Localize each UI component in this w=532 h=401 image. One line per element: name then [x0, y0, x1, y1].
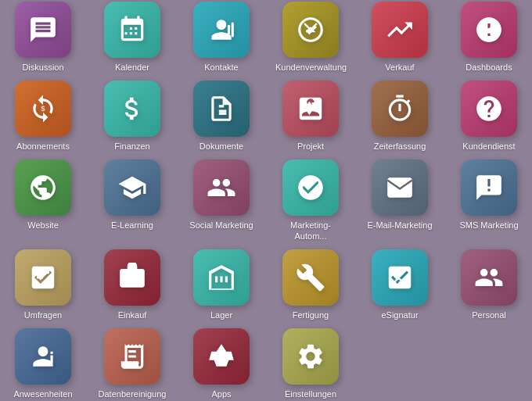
app-icon-anwesenheiten [15, 328, 71, 385]
app-icon-kundendienst [461, 81, 517, 137]
app-label-website: Website [27, 220, 59, 231]
app-item-datenbereinigung[interactable]: 0110Datenbereinigung [93, 328, 171, 399]
app-item-abonnements[interactable]: $Abonnements [4, 81, 82, 152]
app-label-projekt: Projekt [297, 141, 324, 152]
app-icon-dokumente [193, 81, 250, 137]
svg-rect-0 [232, 22, 234, 37]
app-icon-einstellungen [282, 328, 339, 385]
app-item-website[interactable]: Website [4, 159, 82, 241]
app-icon-esignatur [372, 249, 428, 306]
app-item-social-marketing[interactable]: Social Marketing [182, 159, 261, 241]
app-item-kundendienst[interactable]: Kundendienst [450, 81, 528, 152]
app-icon-social-marketing [193, 159, 250, 216]
app-item-finanzen[interactable]: Finanzen [93, 81, 171, 152]
app-item-sms-marketing[interactable]: SMS Marketing [450, 159, 528, 241]
app-item-dashboards[interactable]: Dashboards [450, 2, 528, 73]
app-item-einstellungen[interactable]: Einstellungen [271, 328, 350, 399]
app-icon-marketing-autom [282, 159, 339, 216]
app-icon-kundenverwaltung [282, 2, 339, 58]
app-label-kundenverwaltung: Kundenverwaltung [275, 63, 346, 73]
app-label-email-marketing: E-Mail-Marketing [367, 220, 432, 231]
app-item-projekt[interactable]: Projekt [271, 81, 350, 152]
app-label-sms-marketing: SMS Marketing [459, 220, 518, 231]
app-item-umfragen[interactable]: Umfragen [4, 249, 82, 320]
app-item-zeiterfassung[interactable]: Zeiterfassung [361, 81, 439, 152]
app-icon-fertigung [282, 249, 339, 306]
app-item-anwesenheiten[interactable]: Anwesenheiten [4, 328, 82, 399]
svg-point-4 [487, 28, 491, 32]
app-item-lager[interactable]: Lager [182, 249, 261, 320]
app-item-diskussion[interactable]: Diskussion [4, 2, 82, 73]
app-label-social-marketing: Social Marketing [189, 220, 253, 231]
app-icon-datenbereinigung: 0110 [104, 328, 160, 385]
app-item-apps[interactable]: Apps [182, 328, 261, 399]
app-label-lager: Lager [210, 310, 232, 320]
app-label-umfragen: Umfragen [24, 310, 62, 320]
app-label-finanzen: Finanzen [114, 141, 149, 152]
app-item-kontakte[interactable]: Kontakte [182, 2, 261, 73]
app-icon-dashboards [461, 2, 517, 58]
app-item-personal[interactable]: Personal [450, 249, 528, 320]
app-item-email-marketing[interactable]: E-Mail-Marketing [361, 159, 439, 241]
svg-rect-1 [228, 25, 230, 35]
app-label-einstellungen: Einstellungen [285, 389, 336, 399]
app-item-elearning[interactable]: E-Learning [93, 159, 171, 241]
app-label-einkauf: Einkauf [118, 310, 147, 320]
app-icon-kalender [104, 2, 160, 58]
app-item-esignatur[interactable]: eSignatur [361, 249, 439, 320]
app-label-datenbereinigung: Datenbereinigung [99, 389, 167, 399]
app-label-kundendienst: Kundendienst [462, 141, 515, 152]
app-icon-email-marketing [372, 159, 428, 216]
svg-text:$: $ [41, 104, 45, 113]
app-grid: DiskussionKalenderKontakteKundenverwaltu… [0, 0, 532, 401]
app-icon-umfragen [15, 249, 71, 306]
app-icon-elearning [104, 159, 160, 216]
app-label-abonnements: Abonnements [16, 141, 70, 152]
app-icon-abonnements: $ [15, 81, 71, 137]
app-label-kontakte: Kontakte [204, 63, 238, 73]
app-icon-kontakte [193, 2, 250, 58]
app-item-dokumente[interactable]: Dokumente [182, 81, 261, 152]
app-label-kalender: Kalender [115, 63, 149, 73]
app-label-dokumente: Dokumente [200, 141, 243, 152]
app-label-zeiterfassung: Zeiterfassung [374, 141, 426, 152]
app-item-marketing-autom[interactable]: Marketing-Autom... [271, 159, 350, 241]
app-label-apps: Apps [211, 389, 231, 399]
app-icon-finanzen [104, 81, 160, 137]
app-icon-verkauf [372, 2, 428, 58]
app-label-marketing-autom: Marketing-Autom... [275, 220, 346, 241]
app-icon-lager [193, 249, 250, 306]
app-label-esignatur: eSignatur [381, 310, 418, 320]
app-icon-apps [193, 328, 250, 385]
app-label-verkauf: Verkauf [385, 63, 414, 73]
app-label-dashboards: Dashboards [466, 63, 512, 73]
app-icon-personal [461, 249, 517, 306]
app-item-kalender[interactable]: Kalender [93, 2, 171, 73]
app-icon-einkauf [104, 249, 160, 306]
app-icon-website [15, 159, 71, 216]
app-icon-zeiterfassung [372, 81, 428, 137]
app-label-anwesenheiten: Anwesenheiten [13, 389, 72, 399]
app-label-fertigung: Fertigung [293, 310, 329, 320]
app-label-diskussion: Diskussion [22, 63, 63, 73]
app-item-einkauf[interactable]: Einkauf [93, 249, 171, 320]
app-label-personal: Personal [472, 310, 505, 320]
app-item-kundenverwaltung[interactable]: Kundenverwaltung [271, 2, 350, 73]
app-label-elearning: E-Learning [111, 220, 153, 231]
app-icon-sms-marketing [461, 159, 517, 216]
app-item-verkauf[interactable]: Verkauf [361, 2, 439, 73]
app-icon-diskussion [15, 2, 71, 58]
svg-rect-7 [120, 269, 145, 288]
app-icon-projekt [282, 81, 339, 137]
svg-text:0110: 0110 [125, 360, 139, 367]
app-item-fertigung[interactable]: Fertigung [271, 249, 350, 320]
